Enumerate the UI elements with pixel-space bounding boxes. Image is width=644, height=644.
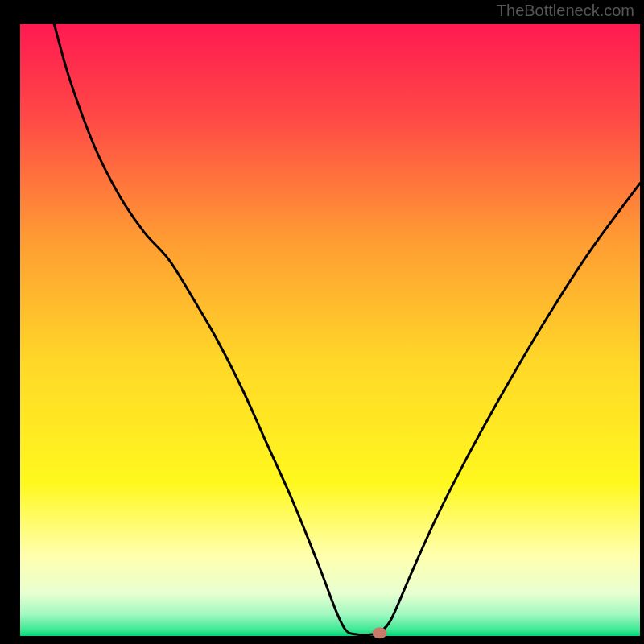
optimal-marker bbox=[373, 627, 387, 638]
bottleneck-chart bbox=[0, 0, 644, 644]
plot-background bbox=[20, 24, 640, 636]
chart-container: TheBottleneck.com bbox=[0, 0, 644, 644]
attribution-label: TheBottleneck.com bbox=[497, 2, 634, 20]
